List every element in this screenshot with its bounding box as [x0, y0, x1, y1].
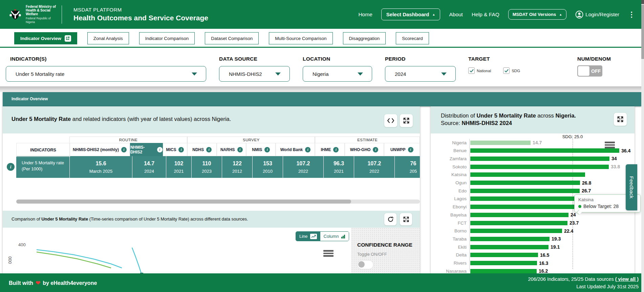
expand-comparison-button[interactable] — [400, 213, 412, 226]
bar[interactable] — [470, 253, 538, 257]
bar[interactable] — [470, 196, 579, 201]
line-toggle[interactable]: Line — [296, 232, 320, 241]
bar[interactable] — [470, 213, 568, 217]
location-select[interactable]: Nigeria — [303, 66, 372, 82]
info-icon[interactable]: i — [206, 147, 212, 152]
info-icon[interactable]: i — [237, 147, 243, 152]
info-icon[interactable]: i — [305, 147, 310, 152]
bar[interactable] — [470, 221, 567, 225]
scroll-up-button[interactable] — [641, 0, 644, 4]
login-register[interactable]: Login/Register — [575, 11, 619, 19]
nav-about[interactable]: About — [449, 12, 463, 18]
hscroll-thumb[interactable] — [16, 200, 351, 204]
source-header-narhs[interactable]: NARHSi — [217, 143, 246, 156]
source-header-unwpp[interactable]: UNWPPi — [384, 143, 420, 156]
info-icon[interactable]: i — [373, 147, 378, 152]
bar[interactable] — [470, 165, 609, 169]
info-icon[interactable]: i — [408, 147, 413, 152]
msdat-old-versions-button[interactable]: MSDAT Old Versions ▲ — [508, 9, 566, 20]
value-cell-world-bank[interactable]: 107.22022 — [283, 156, 323, 178]
distribution-chart: SDG: 25.0 Nigeria14.7Benue36.4Zamfara34S… — [431, 133, 635, 292]
nav-home[interactable]: Home — [358, 12, 372, 18]
bar[interactable] — [470, 157, 609, 161]
bar[interactable] — [470, 189, 580, 193]
bar-label: Ebonyi — [431, 204, 470, 209]
group-header-routine: ROUTINE — [69, 137, 187, 143]
bar[interactable] — [470, 141, 531, 145]
built-with-text: Built with — [9, 280, 33, 286]
info-icon[interactable]: i — [121, 147, 127, 152]
source-header-mics[interactable]: MICSi — [163, 143, 188, 156]
bar[interactable] — [470, 205, 574, 209]
tab-scorecard[interactable]: Scorecard — [396, 32, 429, 44]
confidence-toggle[interactable] — [357, 260, 373, 269]
location-label: LOCATION — [303, 56, 330, 62]
tab-indicator-overview[interactable]: Indicator Overview — [14, 32, 77, 44]
indicator-select[interactable]: Under 5 Mortality rate — [6, 66, 206, 82]
info-icon[interactable]: i — [333, 147, 339, 152]
footer-status: 206/206 Indicators, 25/25 Data sources (… — [528, 275, 639, 290]
value-cell-narhs[interactable]: 1222012 — [222, 156, 252, 178]
bar[interactable] — [470, 237, 550, 241]
source-header-ihme[interactable]: IHMEi — [315, 143, 344, 156]
info-icon[interactable]: i — [178, 147, 184, 152]
indicator-row-info[interactable]: i — [7, 163, 15, 171]
expand-distribution-button[interactable] — [614, 112, 627, 126]
value-cell-nmis[interactable]: 1532010 — [252, 156, 283, 178]
refresh-button[interactable] — [384, 213, 397, 226]
select-dashboard-button[interactable]: Select Dashboard ▲ — [381, 8, 441, 20]
indicator-value: 102 — [174, 161, 184, 167]
info-icon[interactable]: i — [157, 147, 163, 152]
value-cell-mics[interactable]: 1022021 — [166, 156, 191, 178]
expand-table-button[interactable] — [400, 114, 413, 127]
source-name: NHMIS-DHIS2 (monthly) — [73, 147, 119, 152]
value-cell-nhmis-dhis2-monthly[interactable]: 15.6March 2025 — [69, 156, 132, 178]
page-title: Health Outcomes and Service Coverage — [73, 14, 208, 22]
value-cell-nhmis-dhis2[interactable]: 14.72024 — [132, 156, 166, 178]
source-header-ndhs[interactable]: NDHSi — [187, 143, 217, 156]
source-header-who-gho[interactable]: WHO-GHOi — [345, 143, 384, 156]
source-header-nmis[interactable]: NMISi — [246, 143, 276, 156]
tab-multi-source-comparison[interactable]: Multi-Source Comparison — [269, 32, 332, 44]
value-cell-ihme[interactable]: 96.32021 — [323, 156, 354, 178]
target-option-sdg[interactable]: SDG — [503, 67, 520, 74]
num-denom-toggle[interactable]: OFF — [577, 65, 602, 77]
bar[interactable] — [470, 269, 537, 273]
kebab-menu-icon[interactable]: ⋮ — [628, 11, 635, 18]
bar-label: Nigeria — [431, 140, 470, 145]
indicator-table: ROUTINESURVEYESTIMATEINDICATORSNHMIS-DHI… — [16, 137, 420, 178]
target-option-national[interactable]: National — [468, 67, 491, 74]
bar[interactable] — [470, 229, 562, 233]
tab-label: Disaggregation — [349, 36, 380, 41]
tab-indicator-comparison[interactable]: Indicator Comparison — [139, 32, 195, 44]
column-toggle[interactable]: Column — [320, 232, 349, 241]
bar[interactable] — [470, 172, 585, 177]
period-select[interactable]: 2024 — [385, 66, 456, 82]
page: Federal Ministry of Health & Social Welf… — [0, 0, 644, 292]
source-header-world-bank[interactable]: World Banki — [276, 143, 315, 156]
tab-zonal-analysis[interactable]: Zonal Analysis — [87, 32, 129, 44]
comparison-menu-icon[interactable] — [323, 250, 334, 257]
nav-help-faq[interactable]: Help & FAQ — [472, 12, 499, 18]
value-cell-who-gho[interactable]: 107.22022 — [354, 156, 394, 178]
bar[interactable] — [470, 148, 619, 153]
info-icon[interactable]: i — [264, 147, 270, 152]
tab-dataset-comparison[interactable]: Dataset Comparison — [205, 32, 259, 44]
tab-disaggregation[interactable]: Disaggregation — [343, 32, 386, 44]
scrollbar-thumb[interactable] — [641, 5, 644, 59]
num-denom-label: NUM/DENOM — [577, 56, 611, 62]
data-source-select[interactable]: NHMIS-DHIS2 — [219, 66, 290, 82]
bar[interactable] — [470, 181, 580, 185]
bar[interactable] — [470, 245, 549, 249]
feedback-tab[interactable]: Feedback — [626, 164, 637, 210]
value-cell-unwpp[interactable]: 76205 — [394, 156, 420, 178]
embed-code-button[interactable] — [384, 114, 398, 127]
value-cell-ndhs[interactable]: 1102023 — [191, 156, 222, 178]
view-all-link[interactable]: ( view all ) — [615, 276, 639, 282]
chevron-down-icon — [441, 72, 447, 76]
bar[interactable] — [470, 261, 537, 265]
bar-label: Sokoto — [431, 164, 470, 169]
comparison-header: Comparison of Under 5 Mortality Rate (Ti… — [3, 211, 420, 228]
source-header-nhmis-dhis2[interactable]: NHMIS-DHIS2i — [130, 143, 163, 156]
source-header-nhmis-dhis2-monthly[interactable]: NHMIS-DHIS2 (monthly)i — [69, 143, 130, 156]
